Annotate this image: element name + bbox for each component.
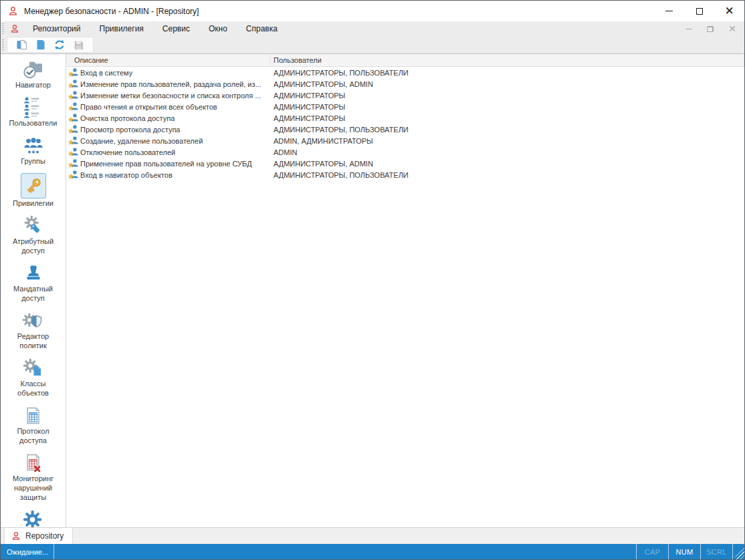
column-header-users[interactable]: Пользователи — [270, 54, 744, 66]
sidebar-label: Протокол — [17, 426, 49, 436]
mdi-minimize-icon[interactable] — [686, 29, 692, 29]
refresh-icon — [54, 39, 66, 51]
maximize-icon — [696, 8, 703, 15]
minimize-button[interactable] — [654, 1, 684, 21]
column-header-description[interactable]: Описание — [66, 54, 270, 66]
toolbar — [1, 36, 744, 53]
sidebar-label: Мониторинг — [13, 474, 54, 483]
gear-shield-icon — [21, 310, 44, 331]
privilege-users: АДМИНИСТРАТОРЫ, ПОЛЬЗОВАТЕЛИ — [270, 171, 744, 179]
gear-tag-icon — [22, 215, 45, 237]
sidebar-label: Группы — [21, 156, 45, 166]
copy-icon — [16, 39, 28, 51]
refresh-button[interactable] — [50, 37, 69, 52]
sidebar-item-groups[interactable]: Группы — [21, 135, 45, 166]
status-bar: Ожидание... CAP NUM SCRL — [1, 544, 744, 559]
sidebar-item-access-protocol[interactable]: Протокол доступа — [17, 405, 49, 445]
privilege-description: Просмотр протокола доступа — [80, 126, 180, 134]
sidebar-label: Пользователи — [9, 118, 58, 128]
gear-icon — [21, 509, 44, 527]
resize-grip[interactable] — [734, 544, 744, 559]
privilege-users: АДМИНИСТРАТОРЫ, ПОЛЬЗОВАТЕЛИ — [270, 69, 744, 77]
toolbar-grip[interactable] — [2, 39, 4, 50]
stamp-icon — [22, 263, 45, 284]
app-window: Менеджер безопасности - ADMIN - [Reposit… — [0, 0, 745, 560]
table-row[interactable]: Вход в систему АДМИНИСТРАТОРЫ, ПОЛЬЗОВАТ… — [66, 67, 744, 78]
privilege-users: АДМИНИСТРАТОРЫ — [270, 92, 744, 100]
menu-help[interactable]: Справка — [237, 21, 287, 36]
mdi-red-user-icon — [10, 24, 19, 33]
menu-window[interactable]: Окно — [199, 21, 237, 36]
privilege-users: ADMIN, АДМИНИСТРАТОРЫ — [270, 137, 744, 145]
privilege-description: Создание, удаление пользователей — [80, 137, 203, 145]
sidebar-item-privileges[interactable]: Привилегии — [13, 173, 54, 208]
sidebar-item-service[interactable]: Сервис — [21, 509, 46, 527]
sidebar-label: защиты — [20, 493, 46, 502]
maximize-button[interactable] — [684, 1, 714, 21]
sidebar-label: доступ — [21, 246, 45, 255]
sidebar-label: Редактор — [17, 331, 49, 341]
privilege-description: Вход в навигатор объектов — [80, 171, 173, 179]
users-list-icon — [21, 97, 44, 118]
document-button[interactable] — [31, 37, 50, 52]
red-user-icon — [11, 531, 21, 541]
window-title: Менеджер безопасности - ADMIN - [Reposit… — [24, 7, 199, 16]
sidebar-label: Навигатор — [15, 80, 51, 90]
table-row[interactable]: Изменение метки безопасности и списка ко… — [66, 90, 744, 101]
table-row[interactable]: Просмотр протокола доступа АДМИНИСТРАТОР… — [66, 124, 744, 135]
table-row[interactable]: Отключение пользователей ADMIN — [66, 146, 744, 158]
menu-repository[interactable]: Репозиторий — [23, 21, 90, 36]
menubar-grip[interactable] — [2, 23, 4, 34]
privileges-table: Описание Пользователи Вход в систему АДМ… — [66, 54, 744, 527]
mdi-restore-icon[interactable] — [707, 26, 714, 32]
privilege-description: Изменение метки безопасности и списка ко… — [80, 92, 261, 100]
sidebar-item-mandatory-access[interactable]: Мандатный доступ — [13, 263, 53, 303]
privilege-description: Право чтения и открытия всех объектов — [80, 103, 217, 111]
sidebar-label: политик — [19, 341, 46, 350]
copy-button[interactable] — [13, 37, 31, 52]
table-row[interactable]: Право чтения и открытия всех объектов АД… — [66, 101, 744, 112]
sidebar-item-object-classes[interactable]: Классы объектов — [17, 358, 49, 398]
star-user-icon — [68, 90, 78, 100]
save-button[interactable] — [69, 37, 88, 52]
close-button[interactable]: ✕ — [714, 1, 744, 21]
star-user-icon — [68, 170, 78, 180]
star-user-icon — [68, 147, 78, 157]
caps-lock-indicator: CAP — [637, 544, 668, 559]
scroll-lock-indicator: SCRL — [701, 544, 732, 559]
table-row[interactable]: Очистка протокола доступа АДМИНИСТРАТОРЫ — [66, 112, 744, 124]
table-row[interactable]: Вход в навигатор объектов АДМИНИСТРАТОРЫ… — [66, 169, 744, 180]
star-user-icon — [68, 67, 78, 78]
table-error-icon — [21, 452, 44, 474]
title-bar: Менеджер безопасности - ADMIN - [Reposit… — [1, 1, 744, 21]
privilege-description: Вход в систему — [80, 69, 132, 77]
privilege-users: АДМИНИСТРАТОРЫ, ПОЛЬЗОВАТЕЛИ — [270, 126, 744, 134]
menu-bar: Репозиторий Привилегия Сервис Окно Справ… — [1, 21, 744, 36]
tab-label: Repository — [25, 531, 64, 541]
sidebar-item-users[interactable]: Пользователи — [9, 97, 58, 128]
mdi-close-icon[interactable]: ✕ — [728, 24, 736, 33]
privilege-description: Очистка протокола доступа — [80, 114, 175, 122]
menu-service[interactable]: Сервис — [153, 21, 199, 36]
tab-repository[interactable]: Repository — [4, 528, 73, 544]
sidebar-item-attribute-access[interactable]: Атрибутный доступ — [13, 215, 54, 255]
status-message: Ожидание... — [1, 544, 54, 559]
menu-privilege[interactable]: Привилегия — [90, 21, 153, 36]
table-row[interactable]: Создание, удаление пользователей ADMIN, … — [66, 135, 744, 146]
toolbar-strip — [7, 37, 94, 53]
sidebar-item-navigator[interactable]: Навигатор — [15, 59, 51, 90]
sidebar-item-violation-monitoring[interactable]: Мониторинг нарушений защиты — [13, 452, 54, 502]
document-icon — [35, 39, 47, 51]
table-header: Описание Пользователи — [66, 54, 744, 67]
table-row[interactable]: Применение прав пользователей на уровне … — [66, 158, 744, 169]
main-area: Навигатор — [1, 53, 744, 527]
navigator-folder-check-icon — [21, 59, 44, 80]
mdi-window-controls: ✕ — [686, 24, 736, 33]
privilege-users: АДМИНИСТРАТОРЫ — [270, 103, 744, 111]
save-icon — [73, 39, 84, 51]
sidebar-item-policy-editor[interactable]: Редактор политик — [17, 310, 49, 350]
user-group-icon — [22, 135, 45, 156]
privilege-users: АДМИНИСТРАТОРЫ, ADMIN — [270, 80, 744, 88]
sidebar-label: объектов — [17, 388, 49, 398]
table-row[interactable]: Изменение прав пользователей, раздача ро… — [66, 78, 744, 90]
